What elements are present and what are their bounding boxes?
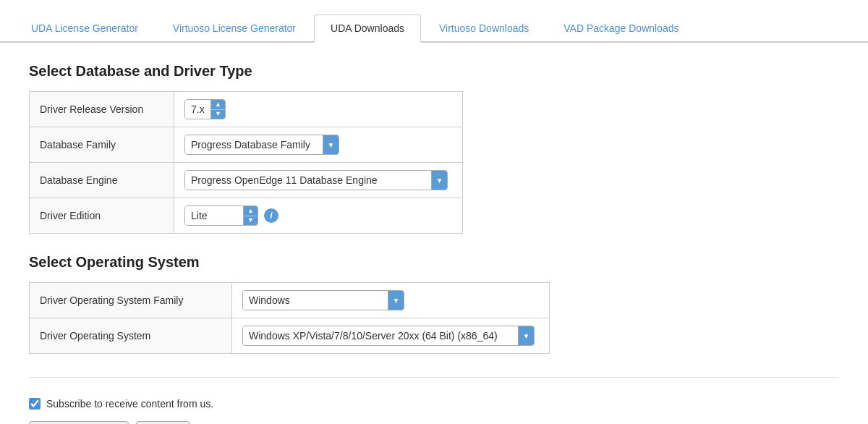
table-row: Driver Release Version 7.x 6.x 8.x ▲ ▼ [30, 92, 463, 127]
table-row: Driver Operating System Windows XP/Vista… [30, 318, 550, 354]
arr-down-icon[interactable]: ▼ [211, 110, 225, 119]
subscribe-checkbox[interactable] [29, 398, 41, 410]
row-control-os: Windows XP/Vista/7/8/10/Server 20xx (64 … [232, 318, 550, 354]
driver-release-arrows[interactable]: ▲ ▼ [210, 100, 225, 119]
table-row: Driver Operating System Family Windows L… [30, 283, 550, 318]
find-downloads-button[interactable]: Find Downloads [29, 421, 129, 424]
row-label-os: Driver Operating System [30, 318, 232, 354]
arr-up-icon[interactable]: ▲ [211, 100, 225, 110]
reset-button[interactable]: Reset [136, 421, 190, 424]
driver-release-stepper[interactable]: 7.x 6.x 8.x ▲ ▼ [184, 99, 226, 119]
os-select[interactable]: Windows XP/Vista/7/8/10/Server 20xx (64 … [243, 326, 518, 345]
row-label-os-family: Driver Operating System Family [30, 283, 232, 318]
database-family-arrow-icon[interactable]: ▼ [323, 135, 339, 154]
section2-title: Select Operating System [29, 254, 839, 271]
subscribe-row: Subscribe to receive content from us. [29, 398, 839, 410]
driver-edition-select[interactable]: Lite Enterprise [185, 206, 243, 225]
os-dropdown[interactable]: Windows XP/Vista/7/8/10/Server 20xx (64 … [242, 326, 535, 346]
buttons-row: Find Downloads Reset [29, 421, 839, 424]
edition-arr-up-icon[interactable]: ▲ [244, 206, 258, 216]
os-table: Driver Operating System Family Windows L… [29, 282, 550, 354]
row-label-database-family: Database Family [30, 127, 174, 163]
os-family-dropdown[interactable]: Windows Linux macOS Unix ▼ [242, 290, 404, 310]
edition-arr-down-icon[interactable]: ▼ [244, 216, 258, 226]
tab-uda-license[interactable]: UDA License Generator [14, 14, 155, 41]
tabs-bar: UDA License Generator Virtuoso License G… [0, 0, 868, 43]
table-row: Database Family Progress Database Family… [30, 127, 463, 163]
table-row: Driver Edition Lite Enterprise ▲ ▼ [30, 198, 463, 234]
tab-virtuoso-downloads[interactable]: Virtuoso Downloads [422, 14, 545, 41]
tab-vad-package[interactable]: VAD Package Downloads [547, 14, 695, 41]
os-family-select[interactable]: Windows Linux macOS Unix [243, 291, 388, 310]
driver-edition-stepper[interactable]: Lite Enterprise ▲ ▼ [184, 205, 258, 226]
os-arrow-icon[interactable]: ▼ [518, 326, 534, 345]
os-family-arrow-icon[interactable]: ▼ [388, 291, 404, 310]
driver-type-table: Driver Release Version 7.x 6.x 8.x ▲ ▼ [29, 91, 463, 234]
database-family-dropdown[interactable]: Progress Database Family Oracle MySQL ▼ [184, 135, 339, 155]
database-engine-arrow-icon[interactable]: ▼ [431, 171, 447, 190]
subscribe-label: Subscribe to receive content from us. [46, 398, 213, 410]
main-content: Select Database and Driver Type Driver R… [0, 43, 868, 424]
database-engine-dropdown[interactable]: Progress OpenEdge 11 Database Engine Pro… [184, 170, 448, 190]
row-control-database-engine: Progress OpenEdge 11 Database Engine Pro… [174, 163, 463, 198]
row-label-database-engine: Database Engine [30, 163, 174, 198]
tab-virtuoso-license[interactable]: Virtuoso License Generator [156, 14, 312, 41]
driver-release-select[interactable]: 7.x 6.x 8.x [185, 100, 210, 119]
database-family-select[interactable]: Progress Database Family Oracle MySQL [185, 135, 323, 154]
table-row: Database Engine Progress OpenEdge 11 Dat… [30, 163, 463, 198]
row-control-driver-release: 7.x 6.x 8.x ▲ ▼ [174, 92, 463, 127]
driver-edition-arrows[interactable]: ▲ ▼ [243, 206, 258, 225]
row-control-os-family: Windows Linux macOS Unix ▼ [232, 283, 550, 318]
row-control-driver-edition: Lite Enterprise ▲ ▼ i [174, 198, 463, 234]
database-engine-select[interactable]: Progress OpenEdge 11 Database Engine Pro… [185, 171, 431, 190]
row-control-database-family: Progress Database Family Oracle MySQL ▼ [174, 127, 463, 163]
tab-uda-downloads[interactable]: UDA Downloads [314, 14, 421, 43]
section1-title: Select Database and Driver Type [29, 63, 839, 80]
row-label-driver-edition: Driver Edition [30, 198, 174, 234]
driver-edition-info-icon[interactable]: i [264, 208, 278, 223]
section-divider [29, 377, 839, 378]
row-label-driver-release: Driver Release Version [30, 92, 174, 127]
